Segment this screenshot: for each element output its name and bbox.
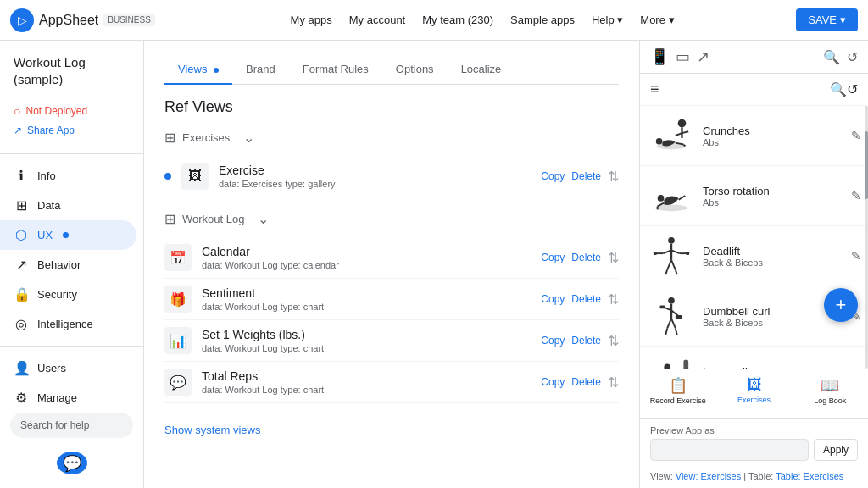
copy-link-reps[interactable]: Copy <box>541 376 565 388</box>
sentiment-name: Sentiment <box>202 286 531 300</box>
svg-rect-17 <box>654 252 657 255</box>
copy-link-sentiment[interactable]: Copy <box>541 293 565 305</box>
deadlift-edit-icon[interactable]: ✎ <box>851 249 861 263</box>
svg-point-5 <box>656 138 663 145</box>
search-preview-icon[interactable]: 🔍 <box>823 49 840 65</box>
phone-app-bar: ≡ 🔍 ↺ <box>640 74 868 106</box>
copy-link-calendar[interactable]: Copy <box>541 252 565 263</box>
view-item-indicator <box>164 173 171 180</box>
torso-svg <box>651 175 692 216</box>
torso-category: Abs <box>703 197 858 208</box>
delete-link-sentiment[interactable]: Delete <box>571 293 601 305</box>
weights-info: Set 1 Weights (lbs.) data: Workout Log t… <box>202 328 531 353</box>
nav-my-team[interactable]: My team (230) <box>422 14 493 26</box>
tab-brand[interactable]: Brand <box>232 54 289 84</box>
phone-search-icon[interactable]: 🔍 <box>830 81 847 97</box>
collapse-arrow-2[interactable]: ⌄ <box>258 211 269 227</box>
view-item-exercise: 🖼 Exercise data: Exercises type: gallery… <box>164 156 619 197</box>
refresh-preview-icon[interactable]: ↺ <box>847 49 858 65</box>
right-panel: 📱 ▭ ↗ 🔍 ↺ ≡ 🔍 ↺ <box>639 41 868 488</box>
view-item-weights: 📊 Set 1 Weights (lbs.) data: Workout Log… <box>164 320 619 362</box>
delete-link-calendar[interactable]: Delete <box>571 252 601 263</box>
longpull-svg <box>651 356 692 369</box>
crunches-category: Abs <box>703 137 858 147</box>
nav-more[interactable]: More ▾ <box>640 14 674 26</box>
svg-point-25 <box>668 297 675 304</box>
view-label: View: <box>650 471 676 481</box>
svg-line-7 <box>683 145 685 147</box>
info-icon: ℹ <box>14 168 29 184</box>
tab-options[interactable]: Options <box>382 54 448 84</box>
crunches-info: Crunches Abs <box>703 125 858 147</box>
move-arrows-calendar[interactable]: ⇅ <box>608 250 619 266</box>
sidebar-item-info[interactable]: ℹ Info <box>0 161 136 191</box>
exercise-item-crunches[interactable]: Crunches Abs ✎ <box>640 106 868 166</box>
move-arrows-weights[interactable]: ⇅ <box>608 333 619 349</box>
delete-link-reps[interactable]: Delete <box>571 376 601 388</box>
logo-text: AppSheet <box>39 13 98 28</box>
tablet-icon[interactable]: ▭ <box>676 47 690 66</box>
svg-line-33 <box>665 328 667 335</box>
sentiment-info: Sentiment data: Workout Log type: chart <box>202 286 531 312</box>
device-icons: 📱 ▭ ↗ <box>650 47 709 66</box>
share-app[interactable]: ↗ Share App <box>0 121 143 140</box>
delete-link-weights[interactable]: Delete <box>571 335 601 347</box>
sidebar-item-behavior[interactable]: ↗ Behavior <box>0 250 136 280</box>
view-link[interactable]: View: Exercises <box>676 471 741 481</box>
nav-my-apps[interactable]: My apps <box>291 14 332 26</box>
mobile-icon[interactable]: 📱 <box>650 47 669 66</box>
exercise-list: Crunches Abs ✎ <box>640 106 868 369</box>
fab-button[interactable]: + <box>824 288 858 322</box>
sidebar-item-ux[interactable]: ⬡ UX <box>0 220 136 250</box>
deadlift-svg <box>651 236 692 276</box>
move-arrows[interactable]: ⇅ <box>608 169 619 185</box>
exercise-item-longpull[interactable]: Long pull Back & Biceps ✎ <box>640 347 868 369</box>
main-layout: Workout Log (sample) ○ Not Deployed ↗ Sh… <box>0 41 868 488</box>
sidebar-item-security[interactable]: 🔒 Security <box>0 280 136 309</box>
longpull-info: Long pull Back & Biceps <box>703 365 858 369</box>
deadlift-figure <box>650 235 693 277</box>
move-arrows-sentiment[interactable]: ⇅ <box>608 291 619 308</box>
sidebar-item-intelligence[interactable]: ◎ Intelligence <box>0 309 136 339</box>
sidebar-item-data[interactable]: ⊞ Data <box>0 191 136 220</box>
collapse-arrow[interactable]: ⌄ <box>243 130 254 146</box>
svg-line-31 <box>667 319 671 329</box>
weights-name: Set 1 Weights (lbs.) <box>202 328 531 341</box>
phone-nav-logbook[interactable]: 📖 Log Book <box>792 369 868 408</box>
search-help-button[interactable]: Search for help <box>10 413 133 438</box>
svg-rect-35 <box>683 360 688 369</box>
delete-link[interactable]: Delete <box>571 170 601 182</box>
table-link[interactable]: Table: Exercises <box>776 471 843 481</box>
intelligence-icon: ◎ <box>14 316 29 332</box>
nav-my-account[interactable]: My account <box>349 14 405 26</box>
external-link-icon[interactable]: ↗ <box>697 47 709 66</box>
phone-refresh-icon[interactable]: ↺ <box>847 81 858 97</box>
sidebar-item-manage[interactable]: ⚙ Manage <box>0 383 136 413</box>
torso-edit-icon[interactable]: ✎ <box>851 189 861 202</box>
crunches-edit-icon[interactable]: ✎ <box>851 129 861 142</box>
tab-views[interactable]: Views <box>164 54 232 84</box>
deploy-status[interactable]: ○ Not Deployed <box>0 101 143 121</box>
move-arrows-reps[interactable]: ⇅ <box>608 374 619 391</box>
copy-link[interactable]: Copy <box>541 170 565 182</box>
phone-nav-record[interactable]: 📋 Record Exercise <box>640 369 716 408</box>
hamburger-icon[interactable]: ≡ <box>650 80 659 98</box>
exercise-item-torso[interactable]: Torso rotation Abs ✎ <box>640 166 868 226</box>
sidebar-item-users[interactable]: 👤 Users <box>0 353 136 383</box>
apply-button[interactable]: Apply <box>814 439 858 461</box>
tab-format-rules[interactable]: Format Rules <box>289 54 382 84</box>
phone-nav-exercises[interactable]: 🖼 Exercises <box>716 369 793 408</box>
nav-sample-apps[interactable]: Sample apps <box>510 14 575 26</box>
copy-link-weights[interactable]: Copy <box>541 335 565 347</box>
weights-actions: Copy Delete ⇅ <box>541 333 619 349</box>
preview-app-as-input[interactable] <box>650 439 809 461</box>
reps-icon: 💬 <box>164 369 192 396</box>
data-icon: ⊞ <box>14 197 29 214</box>
tab-localize[interactable]: Localize <box>448 54 515 84</box>
exercise-item-deadlift[interactable]: Deadlift Back & Biceps ✎ <box>640 226 868 286</box>
scrollbar[interactable] <box>865 106 868 369</box>
nav-help[interactable]: Help ▾ <box>592 14 623 26</box>
save-button[interactable]: SAVE ▾ <box>796 8 858 31</box>
show-system-views[interactable]: Show system views <box>164 417 619 443</box>
chat-button[interactable]: 💬 <box>57 452 87 474</box>
